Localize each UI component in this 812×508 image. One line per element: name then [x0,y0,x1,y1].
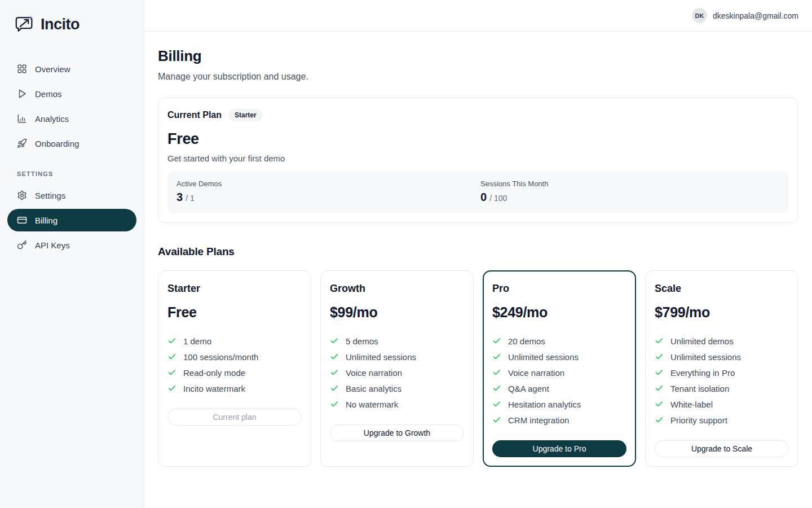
plan-feature-label: 20 demos [508,336,545,346]
plan-name: Growth [330,283,464,295]
check-icon [330,400,339,409]
check-icon [655,336,664,345]
topbar: DK dkeskinpala@gmail.com [144,0,812,32]
sidebar-nav-item[interactable]: Demos [7,82,136,105]
check-icon [167,384,176,393]
check-icon [655,368,664,377]
main-nav: Overview Demos Analytics Onboarding [7,58,136,155]
current-plan-badge: Starter [228,109,263,121]
plan-features: Unlimited demos Unlimited sessions Every… [655,335,789,426]
incito-logo-icon [14,14,36,35]
plan-price: $249/mo [492,304,626,321]
plan-name: Scale [655,283,789,295]
stat-value: 3 [176,191,183,204]
plan-features: 1 demo 100 sessions/month Read-only mode [167,335,302,394]
plan-feature: No watermark [330,398,464,410]
sidebar-nav-item[interactable]: Overview [7,58,136,80]
plan-feature: Unlimited sessions [655,351,789,362]
plan-action-button[interactable]: Upgrade to Scale [655,440,789,457]
sidebar-nav-item[interactable]: Analytics [7,107,136,130]
bar-chart-icon [17,113,27,124]
plan-feature-label: 5 demos [346,336,378,346]
plan-feature-label: Basic analytics [346,384,401,393]
plan-feature: 1 demo [167,335,302,347]
settings-section-label: SETTINGS [7,170,136,177]
plan-feature-label: Tenant isolation [670,384,729,393]
page-title: Billing [158,47,798,65]
sidebar-nav-item[interactable]: API Keys [7,234,136,256]
plan-feature: Incito watermark [167,383,302,394]
sidebar-item-label: Overview [35,64,70,74]
plan-feature: Voice narration [330,367,464,378]
plan-feature: Unlimited sessions [492,351,626,362]
plan-price: Free [167,304,302,321]
credit-card-icon [17,215,27,225]
plan-feature-label: Unlimited sessions [508,352,579,362]
check-icon [492,400,501,409]
check-icon [492,352,501,361]
plan-feature: Everything in Pro [655,367,789,378]
sidebar-item-label: API Keys [35,240,70,250]
play-icon [17,89,27,99]
plan-name: Pro [492,283,626,295]
plan-feature-label: CRM integration [508,415,569,425]
avatar: DK [692,8,707,23]
plan-price: $799/mo [655,304,789,321]
plan-feature-label: Hesitation analytics [508,400,581,409]
key-icon [17,240,27,250]
plan-feature-label: 100 sessions/month [183,352,258,362]
check-icon [167,368,176,377]
check-icon [492,336,501,345]
gear-icon [17,190,27,200]
usage-stat: Active Demos 3 / 1 [176,179,476,204]
current-plan-price: Free [167,130,789,148]
rocket-icon [17,138,27,148]
plan-feature-label: Voice narration [508,368,564,378]
plan-action-button[interactable]: Upgrade to Growth [330,424,464,441]
plan-feature: White-label [655,398,789,410]
plan-feature-label: Voice narration [346,368,402,378]
plan-action-button[interactable]: Current plan [167,409,302,426]
plan-feature-label: Unlimited sessions [670,352,741,362]
plan-feature-label: Unlimited demos [670,336,734,346]
plan-feature: Tenant isolation [655,383,789,394]
sidebar-nav-item[interactable]: Billing [7,209,136,231]
sidebar-item-label: Analytics [35,114,69,124]
stat-label: Active Demos [176,179,476,188]
plan-feature: Unlimited demos [655,335,789,347]
plan-action-button[interactable]: Upgrade to Pro [492,440,626,457]
plan-feature-label: White-label [670,400,713,409]
plan-feature-label: Q&A agent [508,384,549,393]
user-menu[interactable]: DK dkeskinpala@gmail.com [692,8,798,23]
main-area: DK dkeskinpala@gmail.com Billing Manage … [144,0,812,508]
plan-feature-label: No watermark [346,400,398,409]
brand-logo[interactable]: Incito [7,14,136,35]
sidebar-nav-item[interactable]: Settings [7,184,136,207]
current-plan-description: Get started with your first demo [167,154,789,163]
check-icon [330,352,339,361]
check-icon [655,352,664,361]
plan-feature-label: Read-only mode [183,368,245,378]
sidebar-nav-item[interactable]: Onboarding [7,132,136,155]
plan-card: Growth $99/mo 5 demos Unlimited [320,270,474,467]
plan-price: $99/mo [330,304,464,321]
plans-grid: Starter Free 1 demo 100 session [158,270,798,467]
brand-name: Incito [41,16,80,33]
plan-feature: 20 demos [492,335,626,347]
check-icon [492,384,501,393]
sidebar-item-label: Settings [35,191,65,200]
user-email: dkeskinpala@gmail.com [713,11,798,20]
stat-limit: / 1 [186,194,195,203]
check-icon [167,336,176,345]
plan-card: Pro $249/mo 20 demos Unlimited [483,270,636,467]
plan-feature-label: Unlimited sessions [346,352,416,362]
sidebar-item-label: Onboarding [35,139,79,148]
plan-name: Starter [167,283,302,295]
current-plan-card: Current Plan Starter Free Get started wi… [158,98,798,223]
current-plan-label: Current Plan [167,110,222,120]
plan-feature: Read-only mode [167,367,302,378]
plan-feature: Basic analytics [330,383,464,394]
plan-feature: Unlimited sessions [330,351,464,362]
stat-limit: / 100 [489,194,507,203]
check-icon [655,415,664,424]
